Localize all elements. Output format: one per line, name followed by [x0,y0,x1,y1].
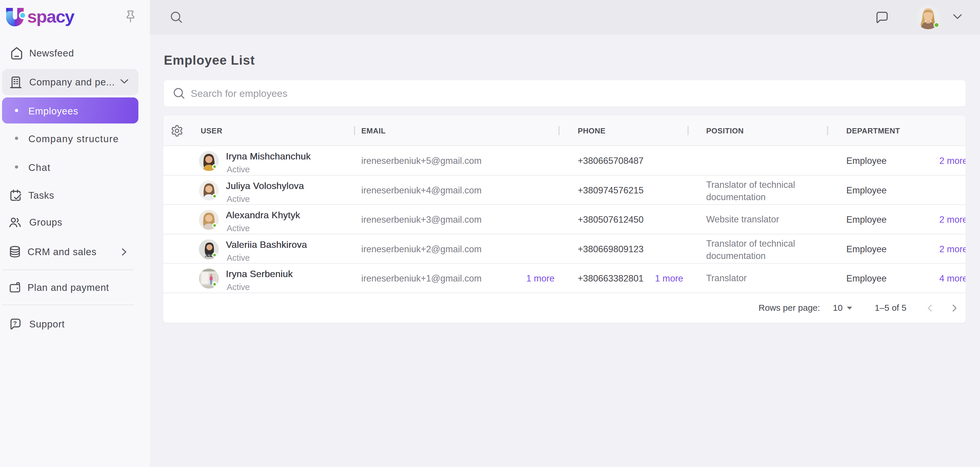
svg-text:?: ? [13,320,17,327]
svg-text:spacy: spacy [27,7,75,26]
